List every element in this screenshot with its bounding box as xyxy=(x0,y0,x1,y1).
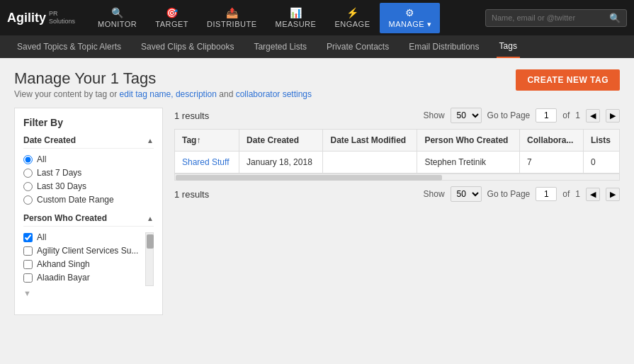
engage-icon: ⚡ xyxy=(346,7,359,18)
date-created-chevron-icon: ▲ xyxy=(147,137,154,144)
sub-nav-targeted-lists[interactable]: Targeted Lists xyxy=(251,35,310,58)
table-scroll-thumb xyxy=(176,175,442,181)
person-created-filter-section: Person Who Created ▲ All Agility Client … xyxy=(23,213,154,297)
cell-person-created: Stephen Tretinik xyxy=(417,152,520,174)
results-controls-bottom: Show 50 Go to Page of 1 ◀ ▶ xyxy=(424,186,620,202)
person-created-section-header: Person Who Created ▲ xyxy=(23,213,154,227)
filter-date-all[interactable]: All xyxy=(23,154,154,164)
cell-tag: Shared Stuff xyxy=(175,152,239,174)
col-person-created: Person Who Created xyxy=(417,130,520,152)
prev-page-button[interactable]: ◀ xyxy=(586,109,600,123)
nav-manage[interactable]: ⚙ Manage ▾ xyxy=(380,3,440,33)
nav-search-box: 🔍 xyxy=(485,9,627,27)
cell-lists: 0 xyxy=(583,152,619,174)
results-footer: 1 results Show 50 Go to Page of 1 ◀ ▶ xyxy=(174,186,620,202)
search-icon: 🔍 xyxy=(609,13,621,23)
person-filter-scrollbar[interactable] xyxy=(145,232,154,286)
page-header: Manage Your 1 Tags View your content by … xyxy=(14,69,620,99)
top-nav: Agility PR Solutions 🔍 Monitor 🎯 Target … xyxy=(0,0,634,35)
distribute-icon: 📤 xyxy=(226,7,239,18)
create-new-tag-button[interactable]: CREATE NEW TAG xyxy=(516,69,620,91)
main-content: Manage Your 1 Tags View your content by … xyxy=(0,58,634,326)
filter-person-alaadin[interactable]: Alaadin Bayar xyxy=(23,273,154,283)
tag-name-link[interactable]: Shared Stuff xyxy=(182,157,230,167)
manage-icon: ⚙ xyxy=(405,7,415,18)
col-date-created: Date Created xyxy=(239,130,323,152)
nav-engage[interactable]: ⚡ Engage xyxy=(326,3,378,33)
results-count-bottom: 1 results xyxy=(174,189,209,200)
nav-target[interactable]: 🎯 Target xyxy=(147,3,197,33)
cell-collaborators: 7 xyxy=(520,152,584,174)
nav-items: 🔍 Monitor 🎯 Target 📤 Distribute 📊 Measur… xyxy=(89,3,478,33)
sub-nav-private-contacts[interactable]: Private Contacts xyxy=(324,35,392,58)
cell-date-modified xyxy=(323,152,417,174)
nav-monitor[interactable]: 🔍 Monitor xyxy=(89,3,145,33)
collaborator-link[interactable]: collaborator settings xyxy=(236,89,312,99)
show-per-page-select[interactable]: 50 xyxy=(451,108,482,123)
nav-measure[interactable]: 📊 Measure xyxy=(267,3,325,33)
logo-name: Agility xyxy=(7,11,46,25)
filter-title: Filter By xyxy=(23,117,154,128)
table-header-row: Tag↑ Date Created Date Last Modified Per… xyxy=(175,130,620,152)
go-to-page-input-bottom[interactable] xyxy=(536,187,557,201)
next-page-button-bottom[interactable]: ▶ xyxy=(606,188,620,201)
cell-date-created: January 18, 2018 xyxy=(239,152,323,174)
sub-nav-saved-topics[interactable]: Saved Topics & Topic Alerts xyxy=(14,35,124,58)
filter-date-custom[interactable]: Custom Date Range xyxy=(23,195,154,205)
table-container: Tag↑ Date Created Date Last Modified Per… xyxy=(174,129,620,181)
sub-nav: Saved Topics & Topic Alerts Saved Clips … xyxy=(0,35,634,58)
content-area: Filter By Date Created ▲ All Last 7 Days… xyxy=(14,108,620,315)
scrollbar-thumb xyxy=(147,234,154,249)
sub-nav-email-distributions[interactable]: Email Distributions xyxy=(406,35,482,58)
filter-sidebar: Filter By Date Created ▲ All Last 7 Days… xyxy=(14,108,163,315)
filter-person-akhand[interactable]: Akhand Singh xyxy=(23,259,154,269)
filter-date-last30[interactable]: Last 30 Days xyxy=(23,181,154,191)
results-header-top: 1 results Show 50 Go to Page of 1 ◀ ▶ xyxy=(174,108,620,123)
filter-date-last7[interactable]: Last 7 Days xyxy=(23,168,154,178)
date-created-section-header: Date Created ▲ xyxy=(23,135,154,149)
show-per-page-select-bottom[interactable]: 50 xyxy=(451,186,482,202)
prev-page-button-bottom[interactable]: ◀ xyxy=(586,188,600,201)
edit-tag-link[interactable]: edit tag name, description xyxy=(120,89,217,99)
next-page-button[interactable]: ▶ xyxy=(606,109,620,123)
person-created-chevron-icon: ▲ xyxy=(147,215,154,222)
go-to-page-input[interactable] xyxy=(536,108,557,123)
target-icon: 🎯 xyxy=(166,7,179,18)
monitor-icon: 🔍 xyxy=(111,7,124,18)
page-subtitle: View your content by tag or edit tag nam… xyxy=(14,89,312,99)
table-row: Shared Stuff January 18, 2018 Stephen Tr… xyxy=(175,152,620,174)
results-count-top: 1 results xyxy=(174,110,209,121)
sub-nav-saved-clips[interactable]: Saved Clips & Clipbooks xyxy=(138,35,237,58)
more-persons-indicator: ▼ xyxy=(23,289,154,297)
col-tag: Tag↑ xyxy=(175,130,239,152)
filter-person-all[interactable]: All xyxy=(23,232,154,242)
col-lists: Lists xyxy=(583,130,619,152)
tags-table: Tag↑ Date Created Date Last Modified Per… xyxy=(174,129,620,174)
date-created-filter-section: Date Created ▲ All Last 7 Days Last 30 D… xyxy=(23,135,154,205)
nav-distribute[interactable]: 📤 Distribute xyxy=(198,3,265,33)
search-input[interactable] xyxy=(492,13,605,22)
page-title: Manage Your 1 Tags xyxy=(14,69,312,88)
page-header-left: Manage Your 1 Tags View your content by … xyxy=(14,69,312,99)
filter-person-agility[interactable]: Agility Client Services Su... xyxy=(23,246,154,256)
sub-nav-tags[interactable]: Tags xyxy=(497,35,520,58)
results-area: 1 results Show 50 Go to Page of 1 ◀ ▶ xyxy=(174,108,620,315)
logo-sub: PR Solutions xyxy=(49,10,75,25)
logo: Agility PR Solutions xyxy=(7,10,75,25)
measure-icon: 📊 xyxy=(290,7,302,18)
results-controls-top: Show 50 Go to Page of 1 ◀ ▶ xyxy=(424,108,620,123)
col-date-modified: Date Last Modified xyxy=(323,130,417,152)
table-horizontal-scrollbar[interactable] xyxy=(174,174,620,181)
col-collaborators: Collabora... xyxy=(520,130,584,152)
